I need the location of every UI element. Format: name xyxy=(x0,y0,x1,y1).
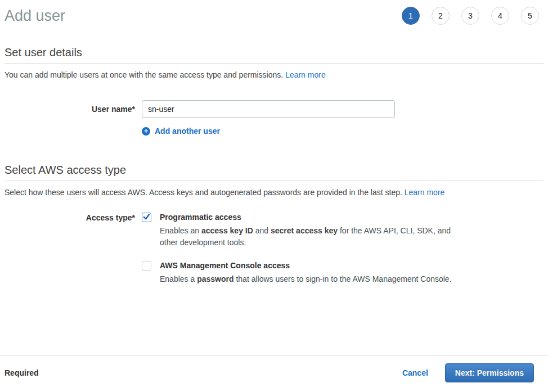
access-type-learn-more-link[interactable]: Learn more xyxy=(405,188,445,197)
required-note: Required xyxy=(5,368,39,377)
programmatic-access-checkbox[interactable] xyxy=(142,213,151,222)
user-name-input[interactable] xyxy=(142,100,395,118)
user-name-row: User name* xyxy=(5,100,543,118)
wizard-step-1: 1 xyxy=(402,7,420,25)
user-details-learn-more-link[interactable]: Learn more xyxy=(285,70,326,79)
console-access-checkbox[interactable] xyxy=(142,261,151,271)
access-type-row: Access type* Programmatic access Enables… xyxy=(5,212,543,285)
programmatic-access-text: Programmatic access Enables an access ke… xyxy=(160,212,455,249)
wizard-step-2: 2 xyxy=(432,7,450,25)
wizard-footer: Required Cancel Next: Permissions xyxy=(0,355,548,392)
divider xyxy=(5,181,543,181)
add-user-page: Add user 1 2 3 4 5 Set user details You … xyxy=(0,0,548,392)
footer-actions: Cancel Next: Permissions xyxy=(402,363,534,382)
page-header: Add user 1 2 3 4 5 xyxy=(0,0,548,25)
wizard-step-5: 5 xyxy=(521,7,539,25)
user-name-label: User name* xyxy=(5,100,142,114)
programmatic-access-option: Programmatic access Enables an access ke… xyxy=(142,212,455,249)
access-type-label: Access type* xyxy=(5,212,142,222)
section-user-details: Set user details You can add multiple us… xyxy=(0,46,548,136)
add-another-user-row: + Add another user xyxy=(5,127,543,136)
plus-icon: + xyxy=(142,127,150,136)
section-access-type: Select AWS access type Select how these … xyxy=(0,164,548,285)
user-details-intro: You can add multiple users at once with … xyxy=(5,70,543,80)
divider xyxy=(5,63,543,64)
checkmark-icon xyxy=(142,213,151,221)
console-access-title: AWS Management Console access xyxy=(160,260,452,271)
next-permissions-button[interactable]: Next: Permissions xyxy=(445,363,534,382)
user-details-intro-text: You can add multiple users at once with … xyxy=(5,70,283,79)
add-another-user-label: Add another user xyxy=(155,127,220,136)
console-access-text: AWS Management Console access Enables a … xyxy=(160,260,452,285)
access-type-intro-text: Select how these users will access AWS. … xyxy=(5,188,402,197)
cancel-button[interactable]: Cancel xyxy=(402,368,428,377)
add-another-user-button[interactable]: + Add another user xyxy=(142,127,220,136)
wizard-steps: 1 2 3 4 5 xyxy=(402,7,539,25)
access-type-options: Programmatic access Enables an access ke… xyxy=(142,212,455,285)
user-details-heading: Set user details xyxy=(5,46,543,59)
wizard-step-4: 4 xyxy=(491,7,509,25)
programmatic-access-description: Enables an access key ID and secret acce… xyxy=(160,225,455,249)
programmatic-access-title: Programmatic access xyxy=(160,212,455,223)
console-access-option: AWS Management Console access Enables a … xyxy=(142,260,455,285)
wizard-step-3: 3 xyxy=(461,7,479,25)
access-type-heading: Select AWS access type xyxy=(5,164,543,177)
access-type-intro: Select how these users will access AWS. … xyxy=(5,187,543,197)
page-title: Add user xyxy=(5,7,65,25)
console-access-description: Enables a password that allows users to … xyxy=(160,273,452,285)
